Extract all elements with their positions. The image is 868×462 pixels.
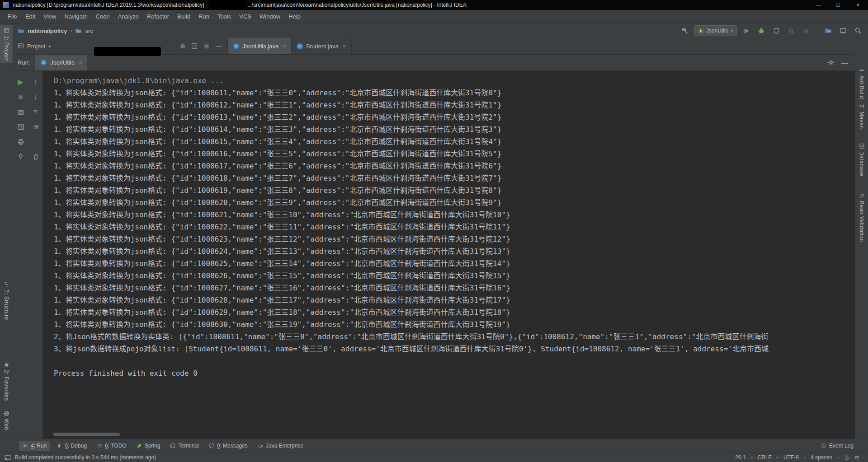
lock-icon[interactable]: [844, 455, 849, 460]
down-stack-trace-button[interactable]: ↓: [30, 92, 41, 103]
stripe-button-structure[interactable]: 7: Structure: [0, 279, 13, 322]
menu-item[interactable]: Help: [284, 11, 305, 22]
settings-gear-button[interactable]: [203, 43, 210, 49]
stripe-label: Maven: [859, 112, 865, 129]
run-tab-jsonutils[interactable]: C JsonUtils ×: [35, 55, 87, 70]
soft-wrap-button[interactable]: ≡: [30, 107, 41, 117]
bottom-toolwindow-bar: 4: Run 5: Debug 6: TODO Spring Terminal …: [0, 439, 868, 452]
left-tool-stripe: 1: Project 7: Structure 2: Favorites Web: [0, 23, 13, 439]
console-line-json-to-entity: 2、将Json格式的数据转换为实体类: [{"id":1008611,"name…: [54, 331, 855, 343]
stop-button[interactable]: ■: [15, 92, 26, 103]
rerun-button[interactable]: ▶: [15, 77, 26, 88]
editor-tab-student[interactable]: C Student.java ×: [292, 38, 352, 54]
hide-panel-button[interactable]: —: [841, 59, 848, 66]
restore-layout-button[interactable]: [15, 121, 26, 132]
close-tab-icon[interactable]: ×: [283, 43, 286, 50]
event-log-button[interactable]: Event Log: [821, 443, 863, 449]
menu-item[interactable]: Build: [173, 11, 194, 22]
menu-item[interactable]: Window: [255, 11, 284, 22]
close-button[interactable]: ×: [848, 0, 868, 10]
stripe-label: 1: Project: [3, 36, 9, 61]
run-panel-title: Run:: [13, 55, 35, 70]
encoding-widget[interactable]: UTF-8: [783, 454, 799, 461]
toolwindow-button-spring[interactable]: Spring: [133, 441, 164, 451]
screen-artifact: [94, 47, 161, 56]
terminal-icon: [170, 443, 175, 448]
profiler-button[interactable]: [786, 25, 797, 36]
menu-item[interactable]: File: [4, 11, 21, 22]
stripe-button-project[interactable]: 1: Project: [0, 25, 13, 63]
clear-all-button[interactable]: [30, 151, 41, 162]
menu-item[interactable]: VCS: [235, 11, 255, 22]
up-stack-trace-button[interactable]: ↑: [30, 77, 41, 88]
minimize-button[interactable]: —: [808, 0, 828, 10]
stripe-button-web[interactable]: Web: [0, 408, 13, 433]
menu-item[interactable]: Edit: [21, 11, 39, 22]
toolwindow-button-label: 5: Debug: [65, 443, 87, 449]
toolwindow-button-run[interactable]: 4: Run: [19, 441, 50, 451]
highlighting-level-icon[interactable]: [854, 454, 860, 460]
menu-item[interactable]: Code: [92, 11, 114, 22]
editor-tab-jsonutils[interactable]: C JsonUtils.java ×: [228, 38, 292, 54]
editor-tabs: C JsonUtils.java × C Student.java ×: [228, 38, 352, 54]
run-config-combo[interactable]: JsonUtils ▾: [694, 25, 737, 36]
stripe-button-favorites[interactable]: 2: Favorites: [0, 359, 13, 403]
toolwindow-button-todo[interactable]: 6: TODO: [93, 441, 130, 451]
scroll-to-end-button[interactable]: [30, 121, 41, 132]
event-log-label: Event Log: [829, 443, 854, 449]
restore-layout-button[interactable]: [838, 25, 849, 36]
run-toolbar-strip: ▶ ↑ ■ ↓ ≡: [13, 71, 43, 439]
console-line: 1、将实体类对象转换为json格式: {"id":1008621,"name":…: [54, 209, 855, 221]
java-class-icon: C: [233, 43, 240, 50]
dump-threads-button[interactable]: [15, 107, 26, 117]
hide-panel-button[interactable]: —: [216, 42, 222, 50]
coffee-cup-icon: [258, 443, 263, 448]
breadcrumb-project[interactable]: nationalpolicy: [28, 28, 67, 34]
indent-widget[interactable]: 4 spaces: [811, 454, 832, 461]
toolwindow-button-label: Spring: [145, 443, 160, 449]
run-button[interactable]: [741, 25, 752, 36]
line-separator-widget[interactable]: CRLF: [757, 454, 771, 461]
toolwindow-button-label: Java Enterprise: [266, 443, 303, 449]
menu-item[interactable]: View: [39, 11, 60, 22]
project-structure-button[interactable]: [823, 25, 834, 36]
menu-item[interactable]: Tools: [213, 11, 235, 22]
stripe-button-database[interactable]: Database: [855, 141, 868, 178]
status-separator: ÷: [750, 455, 753, 460]
maximize-button[interactable]: □: [828, 0, 848, 10]
toolwindow-button-java-enterprise[interactable]: Java Enterprise: [254, 441, 307, 451]
stripe-button-ant-build[interactable]: Ant Build: [855, 65, 868, 102]
toolwindow-button-label: Terminal: [178, 443, 198, 449]
toolwindow-button-messages[interactable]: 0: Messages: [205, 441, 251, 451]
stripe-button-bean-validation[interactable]: Bean Validation: [855, 191, 868, 244]
stop-button[interactable]: [801, 25, 811, 36]
build-hammer-button[interactable]: [679, 25, 690, 36]
close-tab-icon[interactable]: ×: [79, 59, 82, 66]
menu-item[interactable]: Navigate: [60, 11, 91, 22]
console-line: 1、将实体类对象转换为json格式: {"id":1008619,"name":…: [54, 184, 855, 196]
stripe-label: 7: Structure: [3, 289, 9, 320]
close-tab-icon[interactable]: ×: [343, 43, 346, 50]
print-button[interactable]: [15, 136, 26, 147]
collapse-all-button[interactable]: [191, 43, 198, 49]
stripe-button-maven[interactable]: Maven: [855, 101, 868, 131]
coverage-button[interactable]: [771, 25, 782, 36]
toolwindow-button-terminal[interactable]: Terminal: [166, 441, 202, 451]
toolwindow-button-label: 6: TODO: [105, 443, 127, 449]
menu-item[interactable]: Run: [194, 11, 213, 22]
debug-button[interactable]: [756, 25, 767, 36]
pin-tab-button[interactable]: [15, 151, 26, 162]
todo-icon: [97, 443, 102, 448]
intellij-idea-window: nationalpolicy [D:\program\idea\IntelliJ…: [0, 0, 868, 462]
search-everywhere-button[interactable]: [853, 25, 863, 36]
bean-icon: [859, 193, 865, 199]
horizontal-scrollbar-thumb[interactable]: [53, 433, 120, 436]
toolwindow-switcher-icon[interactable]: [5, 454, 11, 461]
caret-position-widget[interactable]: 26:1: [735, 454, 745, 461]
locate-button[interactable]: ⊕: [180, 42, 185, 50]
menu-item[interactable]: Analyze: [114, 11, 143, 22]
breadcrumb-src[interactable]: src: [85, 28, 93, 34]
menu-item[interactable]: Refactor: [143, 11, 173, 22]
toolwindow-button-debug[interactable]: 5: Debug: [53, 441, 90, 451]
settings-gear-button[interactable]: [828, 59, 835, 66]
